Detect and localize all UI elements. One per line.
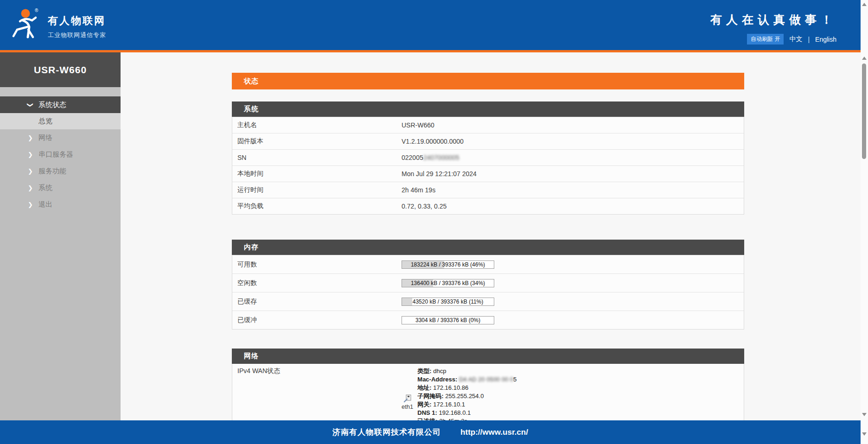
sidebar-item-label: 系统 xyxy=(38,184,52,192)
sidebar-item-system[interactable]: ❯ 系统 xyxy=(0,179,121,196)
brand-text: 有人物联网 工业物联网通信专家 xyxy=(48,7,106,39)
row-value: 0.72, 0.33, 0.25 xyxy=(402,203,744,210)
scroll-down-arrow-icon[interactable] xyxy=(862,432,867,436)
memory-meter: 136400 kB / 393376 kB (34%) xyxy=(402,279,494,287)
chevron-down-icon: ❯ xyxy=(28,101,38,108)
row-value-sn: 0220052407000005 xyxy=(402,154,744,161)
table-row: 本地时间 Mon Jul 29 12:21:07 2024 xyxy=(232,165,744,182)
detail-line: 类型: dhcp xyxy=(417,367,517,375)
sidebar-item-label: 系统状态 xyxy=(38,101,66,109)
footer-bar: 济南有人物联网技术有限公司 http://www.usr.cn/ xyxy=(0,420,861,444)
table-row: SN 0220052407000005 xyxy=(232,149,744,165)
lang-en-link[interactable]: English xyxy=(815,36,836,43)
sidebar-separator xyxy=(0,87,121,96)
system-section-title: 系统 xyxy=(232,101,744,117)
brand: ® 有人物联网 工业物联网通信专家 xyxy=(12,7,106,39)
sidebar-item-serial-server[interactable]: ❯ 串口服务器 xyxy=(0,146,121,163)
interface-block: eth1 xyxy=(402,382,413,410)
memory-meter: 183224 kB / 393376 kB (46%) xyxy=(402,260,494,269)
scroll-down-arrow-icon[interactable] xyxy=(862,413,867,416)
memory-meter-text: 43520 kB / 393376 kB (11%) xyxy=(402,298,494,305)
sidebar-item-system-status[interactable]: ❯ 系统状态 xyxy=(0,96,121,113)
detail-line: Mac-Address: D4 AD 20 0500 00 05 xyxy=(417,375,517,384)
sn-visible: 022005 xyxy=(402,154,423,161)
panel-column: 状态 系统 主机名 USR-W660 固件版本 V1.2.19.000000.0… xyxy=(232,52,744,431)
system-section: 系统 主机名 USR-W660 固件版本 V1.2.19.000000.0000… xyxy=(232,101,744,215)
network-section-title: 网络 xyxy=(232,349,744,364)
detail-line: 网关: 172.16.10.1 xyxy=(417,400,517,409)
header-controls: 自动刷新 开 中文 | English xyxy=(710,34,836,44)
table-row: 已缓冲 3304 kB / 393376 kB (0%) xyxy=(232,311,744,329)
sidebar-item-label: 退出 xyxy=(38,200,52,209)
sidebar-item-logout[interactable]: ❯ 退出 xyxy=(0,196,121,213)
scroll-up-arrow-icon[interactable] xyxy=(862,57,867,60)
row-label: SN xyxy=(232,154,402,161)
brand-subtitle: 工业物联网通信专家 xyxy=(48,31,106,39)
memory-meter-text: 136400 kB / 393376 kB (34%) xyxy=(402,279,494,287)
row-label: 空闲数 xyxy=(232,279,402,287)
lang-zh-link[interactable]: 中文 xyxy=(789,35,802,44)
detail-line: DNS 1: 192.168.0.1 xyxy=(417,409,517,417)
header-bar: ® 有人物联网 工业物联网通信专家 有人在认真做事！ 自动刷新 开 中文 | E… xyxy=(0,0,861,50)
row-label: 固件版本 xyxy=(232,137,402,146)
wan-details: 类型: dhcp Mac-Address: D4 AD 20 0500 00 0… xyxy=(417,367,517,425)
sidebar-item-label: 服务功能 xyxy=(38,167,66,176)
chevron-right-icon: ❯ xyxy=(28,184,38,191)
sidebar-item-overview[interactable]: 总览 xyxy=(0,113,121,129)
chevron-right-icon: ❯ xyxy=(28,134,38,141)
memory-meter: 43520 kB / 393376 kB (11%) xyxy=(402,298,494,306)
row-label: 已缓冲 xyxy=(232,316,402,324)
row-value: USR-W660 xyxy=(402,121,744,129)
sidebar-item-label: 总览 xyxy=(38,117,52,126)
memory-meter-text: 183224 kB / 393376 kB (46%) xyxy=(402,261,494,268)
table-row: 平均负载 0.72, 0.33, 0.25 xyxy=(232,198,744,214)
memory-section: 内存 可用数 183224 kB / 393376 kB (46%) 空闲数 xyxy=(232,240,744,330)
sidebar-item-services[interactable]: ❯ 服务功能 xyxy=(0,163,121,179)
row-value: 2h 46m 19s xyxy=(402,186,744,194)
row-value: Mon Jul 29 12:21:07 2024 xyxy=(402,170,744,178)
sn-redacted: 2407000005 xyxy=(423,154,460,161)
svg-text:®: ® xyxy=(35,8,38,13)
row-label: 平均负载 xyxy=(232,202,402,210)
network-section: 网络 IPv4 WAN状态 eth1 类型: xyxy=(232,349,744,431)
scroll-up-arrow-icon[interactable] xyxy=(862,3,867,6)
detail-line: 地址: 172.16.10.86 xyxy=(417,384,517,392)
sidebar-item-label: 网络 xyxy=(38,133,52,142)
table-row: 可用数 183224 kB / 393376 kB (46%) xyxy=(232,255,744,273)
scrollbar[interactable] xyxy=(861,0,868,444)
page-title: 状态 xyxy=(232,73,744,89)
table-row: 主机名 USR-W660 xyxy=(232,117,744,133)
table-row: 固件版本 V1.2.19.000000.0000 xyxy=(232,133,744,149)
table-row: 已缓存 43520 kB / 393376 kB (11%) xyxy=(232,292,744,311)
memory-section-title: 内存 xyxy=(232,240,744,255)
row-label: 可用数 xyxy=(232,260,402,269)
ethernet-device-icon xyxy=(403,394,412,403)
sidebar-item-label: 串口服务器 xyxy=(38,150,73,159)
chevron-right-icon: ❯ xyxy=(28,168,38,175)
lang-divider: | xyxy=(808,36,810,43)
device-title: USR-W660 xyxy=(0,52,121,87)
table-row: 空闲数 136400 kB / 393376 kB (34%) xyxy=(232,273,744,292)
auto-refresh-toggle[interactable]: 自动刷新 开 xyxy=(747,34,784,44)
chevron-right-icon: ❯ xyxy=(28,151,38,158)
header-right: 有人在认真做事！ 自动刷新 开 中文 | English xyxy=(710,12,836,44)
brand-title: 有人物联网 xyxy=(48,14,106,28)
memory-meter-text: 3304 kB / 393376 kB (0%) xyxy=(402,317,494,324)
sidebar-item-network[interactable]: ❯ 网络 xyxy=(0,129,121,146)
memory-meter: 3304 kB / 393376 kB (0%) xyxy=(402,316,494,324)
row-label: 运行时间 xyxy=(232,186,402,194)
scrollbar-thumb[interactable] xyxy=(862,63,866,159)
row-label: 已缓存 xyxy=(232,298,402,306)
footer-url-link[interactable]: http://www.usr.cn/ xyxy=(460,428,528,437)
sidebar: USR-W660 ❯ 系统状态 总览 ❯ 网络 ❯ 串口服务器 ❯ 服务功能 ❯… xyxy=(0,52,121,420)
main-content: 状态 系统 主机名 USR-W660 固件版本 V1.2.19.000000.0… xyxy=(121,52,861,420)
footer-company: 济南有人物联网技术有限公司 xyxy=(332,427,441,438)
page: ® 有人物联网 工业物联网通信专家 有人在认真做事！ 自动刷新 开 中文 | E… xyxy=(0,0,868,444)
chevron-right-icon: ❯ xyxy=(28,201,38,208)
row-value: V1.2.19.000000.0000 xyxy=(402,138,744,145)
row-label: 主机名 xyxy=(232,121,402,129)
row-label: 本地时间 xyxy=(232,170,402,178)
slogan-text: 有人在认真做事！ xyxy=(710,12,836,27)
table-row: 运行时间 2h 46m 19s xyxy=(232,182,744,198)
detail-line: 子网掩码: 255.255.254.0 xyxy=(417,392,517,400)
